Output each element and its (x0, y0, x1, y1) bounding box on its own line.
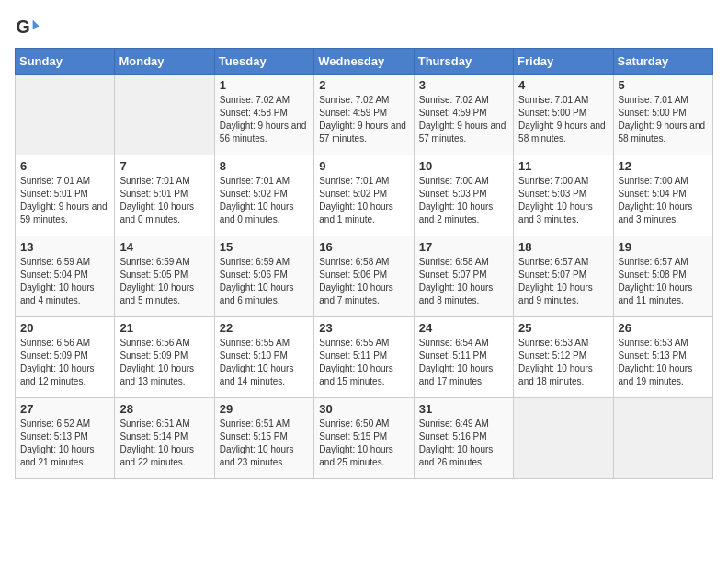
weekday-header-wednesday: Wednesday (314, 49, 414, 75)
calendar-cell: 26Sunrise: 6:53 AM Sunset: 5:13 PM Dayli… (613, 317, 712, 398)
day-info: Sunrise: 7:01 AM Sunset: 5:01 PM Dayligh… (119, 175, 209, 226)
weekday-header-thursday: Thursday (414, 49, 513, 75)
day-info: Sunrise: 7:00 AM Sunset: 5:03 PM Dayligh… (419, 175, 508, 226)
calendar-cell: 1Sunrise: 7:02 AM Sunset: 4:58 PM Daylig… (214, 75, 313, 155)
calendar-cell: 23Sunrise: 6:55 AM Sunset: 5:11 PM Dayli… (314, 317, 414, 398)
day-number: 17 (419, 240, 508, 254)
day-number: 15 (220, 240, 309, 254)
calendar-cell: 17Sunrise: 6:58 AM Sunset: 5:07 PM Dayli… (414, 236, 513, 317)
day-info: Sunrise: 6:59 AM Sunset: 5:04 PM Dayligh… (20, 256, 109, 307)
day-info: Sunrise: 7:01 AM Sunset: 5:00 PM Dayligh… (619, 94, 708, 145)
day-number: 20 (20, 321, 109, 335)
day-number: 26 (619, 321, 708, 335)
day-number: 19 (619, 240, 708, 254)
calendar-cell: 14Sunrise: 6:59 AM Sunset: 5:05 PM Dayli… (115, 236, 214, 317)
calendar-cell: 13Sunrise: 6:59 AM Sunset: 5:04 PM Dayli… (16, 236, 115, 317)
day-number: 25 (518, 321, 608, 335)
day-number: 5 (619, 78, 708, 92)
day-info: Sunrise: 7:02 AM Sunset: 4:59 PM Dayligh… (319, 94, 408, 145)
calendar-cell: 6Sunrise: 7:01 AM Sunset: 5:01 PM Daylig… (16, 155, 115, 236)
day-number: 2 (319, 78, 408, 92)
calendar-cell: 9Sunrise: 7:01 AM Sunset: 5:02 PM Daylig… (314, 155, 414, 236)
day-info: Sunrise: 7:01 AM Sunset: 5:01 PM Dayligh… (20, 175, 109, 226)
day-info: Sunrise: 6:55 AM Sunset: 5:10 PM Dayligh… (220, 337, 309, 388)
day-number: 21 (119, 321, 209, 335)
calendar-cell: 25Sunrise: 6:53 AM Sunset: 5:12 PM Dayli… (514, 317, 613, 398)
calendar-cell: 3Sunrise: 7:02 AM Sunset: 4:59 PM Daylig… (414, 75, 513, 155)
day-info: Sunrise: 6:58 AM Sunset: 5:06 PM Dayligh… (319, 256, 408, 307)
logo-icon: G (15, 15, 40, 40)
calendar-cell: 11Sunrise: 7:00 AM Sunset: 5:03 PM Dayli… (514, 155, 613, 236)
day-info: Sunrise: 6:53 AM Sunset: 5:12 PM Dayligh… (518, 337, 608, 388)
calendar-week-row: 27Sunrise: 6:52 AM Sunset: 5:13 PM Dayli… (16, 398, 713, 479)
calendar-cell: 21Sunrise: 6:56 AM Sunset: 5:09 PM Dayli… (115, 317, 214, 398)
day-number: 31 (419, 402, 508, 416)
day-info: Sunrise: 6:49 AM Sunset: 5:16 PM Dayligh… (419, 418, 508, 469)
weekday-header-tuesday: Tuesday (214, 49, 313, 75)
day-number: 6 (20, 159, 109, 173)
day-info: Sunrise: 6:57 AM Sunset: 5:07 PM Dayligh… (518, 256, 608, 307)
day-number: 23 (319, 321, 408, 335)
calendar-cell (16, 75, 115, 155)
calendar-cell: 16Sunrise: 6:58 AM Sunset: 5:06 PM Dayli… (314, 236, 414, 317)
calendar-cell: 4Sunrise: 7:01 AM Sunset: 5:00 PM Daylig… (514, 75, 613, 155)
day-info: Sunrise: 6:56 AM Sunset: 5:09 PM Dayligh… (119, 337, 209, 388)
day-number: 3 (419, 78, 508, 92)
weekday-header-saturday: Saturday (613, 49, 712, 75)
day-number: 18 (518, 240, 608, 254)
calendar-table: SundayMondayTuesdayWednesdayThursdayFrid… (15, 48, 713, 479)
day-number: 1 (220, 78, 309, 92)
day-number: 29 (220, 402, 309, 416)
day-info: Sunrise: 7:02 AM Sunset: 4:58 PM Dayligh… (220, 94, 309, 145)
day-number: 9 (319, 159, 408, 173)
day-number: 22 (220, 321, 309, 335)
calendar-cell: 12Sunrise: 7:00 AM Sunset: 5:04 PM Dayli… (613, 155, 712, 236)
calendar-cell: 2Sunrise: 7:02 AM Sunset: 4:59 PM Daylig… (314, 75, 414, 155)
calendar-week-row: 13Sunrise: 6:59 AM Sunset: 5:04 PM Dayli… (16, 236, 713, 317)
day-number: 8 (220, 159, 309, 173)
day-number: 13 (20, 240, 109, 254)
day-number: 30 (319, 402, 408, 416)
calendar-cell: 19Sunrise: 6:57 AM Sunset: 5:08 PM Dayli… (613, 236, 712, 317)
day-info: Sunrise: 7:00 AM Sunset: 5:03 PM Dayligh… (518, 175, 608, 226)
weekday-header-sunday: Sunday (16, 49, 115, 75)
day-info: Sunrise: 6:51 AM Sunset: 5:14 PM Dayligh… (119, 418, 209, 469)
svg-text:G: G (16, 17, 29, 37)
weekday-header-monday: Monday (115, 49, 214, 75)
day-number: 16 (319, 240, 408, 254)
day-number: 4 (518, 78, 608, 92)
calendar-cell: 22Sunrise: 6:55 AM Sunset: 5:10 PM Dayli… (214, 317, 313, 398)
calendar-cell: 30Sunrise: 6:50 AM Sunset: 5:15 PM Dayli… (314, 398, 414, 479)
day-info: Sunrise: 6:57 AM Sunset: 5:08 PM Dayligh… (619, 256, 708, 307)
day-number: 24 (419, 321, 508, 335)
day-number: 7 (119, 159, 209, 173)
calendar-cell: 27Sunrise: 6:52 AM Sunset: 5:13 PM Dayli… (16, 398, 115, 479)
day-info: Sunrise: 6:58 AM Sunset: 5:07 PM Dayligh… (419, 256, 508, 307)
day-number: 27 (20, 402, 109, 416)
day-number: 14 (119, 240, 209, 254)
calendar-cell: 15Sunrise: 6:59 AM Sunset: 5:06 PM Dayli… (214, 236, 313, 317)
calendar-cell: 18Sunrise: 6:57 AM Sunset: 5:07 PM Dayli… (514, 236, 613, 317)
calendar-cell: 31Sunrise: 6:49 AM Sunset: 5:16 PM Dayli… (414, 398, 513, 479)
weekday-header-row: SundayMondayTuesdayWednesdayThursdayFrid… (16, 49, 713, 75)
day-info: Sunrise: 6:52 AM Sunset: 5:13 PM Dayligh… (20, 418, 109, 469)
day-info: Sunrise: 6:50 AM Sunset: 5:15 PM Dayligh… (319, 418, 408, 469)
day-info: Sunrise: 6:53 AM Sunset: 5:13 PM Dayligh… (619, 337, 708, 388)
calendar-cell (115, 75, 214, 155)
calendar-cell: 5Sunrise: 7:01 AM Sunset: 5:00 PM Daylig… (613, 75, 712, 155)
calendar-cell: 28Sunrise: 6:51 AM Sunset: 5:14 PM Dayli… (115, 398, 214, 479)
day-info: Sunrise: 6:59 AM Sunset: 5:05 PM Dayligh… (119, 256, 209, 307)
day-info: Sunrise: 7:01 AM Sunset: 5:02 PM Dayligh… (220, 175, 309, 226)
day-info: Sunrise: 6:56 AM Sunset: 5:09 PM Dayligh… (20, 337, 109, 388)
day-info: Sunrise: 7:01 AM Sunset: 5:00 PM Dayligh… (518, 94, 608, 145)
day-number: 12 (619, 159, 708, 173)
calendar-cell: 20Sunrise: 6:56 AM Sunset: 5:09 PM Dayli… (16, 317, 115, 398)
logo: G (15, 15, 44, 40)
calendar-cell: 8Sunrise: 7:01 AM Sunset: 5:02 PM Daylig… (214, 155, 313, 236)
day-info: Sunrise: 6:55 AM Sunset: 5:11 PM Dayligh… (319, 337, 408, 388)
day-info: Sunrise: 6:51 AM Sunset: 5:15 PM Dayligh… (220, 418, 309, 469)
calendar-cell: 7Sunrise: 7:01 AM Sunset: 5:01 PM Daylig… (115, 155, 214, 236)
day-info: Sunrise: 7:02 AM Sunset: 4:59 PM Dayligh… (419, 94, 508, 145)
day-number: 11 (518, 159, 608, 173)
calendar-cell: 24Sunrise: 6:54 AM Sunset: 5:11 PM Dayli… (414, 317, 513, 398)
